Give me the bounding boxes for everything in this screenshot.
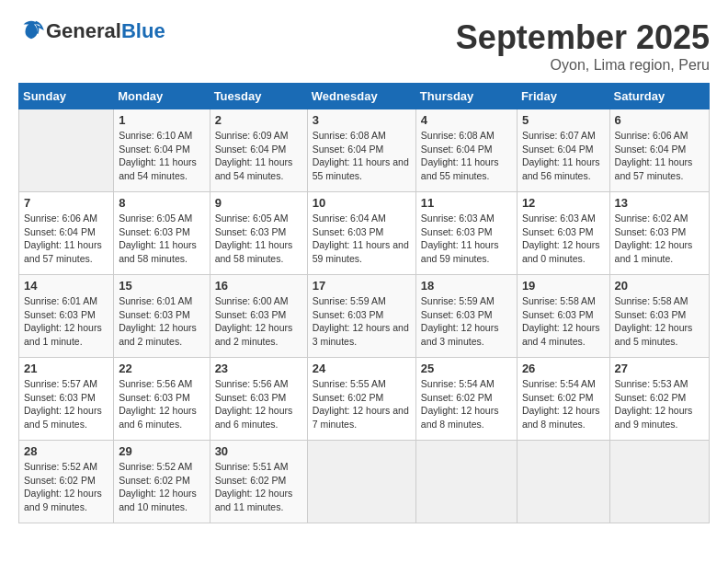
weekday-header-thursday: Thursday: [415, 84, 517, 109]
calendar-cell: 15Sunrise: 6:01 AMSunset: 6:03 PMDayligh…: [114, 275, 210, 358]
day-info: Sunrise: 6:08 AMSunset: 6:04 PMDaylight:…: [313, 129, 411, 183]
day-number: 27: [615, 362, 704, 375]
logo-icon: [18, 17, 44, 42]
calendar-cell: 24Sunrise: 5:55 AMSunset: 6:02 PMDayligh…: [307, 358, 415, 441]
calendar-cell: 16Sunrise: 6:00 AMSunset: 6:03 PMDayligh…: [210, 275, 307, 358]
day-info: Sunrise: 5:58 AMSunset: 6:03 PMDaylight:…: [615, 294, 704, 349]
calendar-cell: [307, 441, 415, 523]
calendar-cell: [19, 109, 114, 192]
day-info: Sunrise: 5:56 AMSunset: 6:03 PMDaylight:…: [119, 377, 204, 431]
calendar-cell: 3Sunrise: 6:08 AMSunset: 6:04 PMDaylight…: [307, 109, 415, 192]
day-number: 22: [119, 362, 204, 375]
calendar-table: SundayMondayTuesdayWednesdayThursdayFrid…: [18, 83, 710, 523]
day-info: Sunrise: 5:55 AMSunset: 6:02 PMDaylight:…: [313, 377, 411, 431]
day-number: 1: [119, 113, 204, 127]
day-number: 19: [522, 279, 605, 293]
day-number: 20: [615, 279, 704, 293]
weekday-header-sunday: Sunday: [19, 84, 114, 109]
calendar-week-1: 1Sunrise: 6:10 AMSunset: 6:04 PMDaylight…: [19, 109, 710, 192]
day-info: Sunrise: 5:58 AMSunset: 6:03 PMDaylight:…: [522, 294, 605, 349]
day-number: 9: [215, 196, 302, 210]
calendar-cell: 7Sunrise: 6:06 AMSunset: 6:04 PMDaylight…: [19, 192, 114, 275]
calendar-week-2: 7Sunrise: 6:06 AMSunset: 6:04 PMDaylight…: [19, 192, 710, 275]
day-number: 28: [24, 444, 108, 458]
day-info: Sunrise: 6:04 AMSunset: 6:03 PMDaylight:…: [313, 212, 411, 266]
page-header: GeneralBlue September 2025 Oyon, Lima re…: [18, 18, 710, 74]
day-info: Sunrise: 6:07 AMSunset: 6:04 PMDaylight:…: [522, 129, 605, 183]
day-info: Sunrise: 6:09 AMSunset: 6:04 PMDaylight:…: [215, 129, 302, 183]
calendar-cell: 20Sunrise: 5:58 AMSunset: 6:03 PMDayligh…: [609, 275, 709, 358]
logo: GeneralBlue: [18, 18, 165, 44]
day-info: Sunrise: 6:01 AMSunset: 6:03 PMDaylight:…: [119, 294, 204, 349]
day-number: 26: [522, 362, 605, 375]
calendar-cell: 12Sunrise: 6:03 AMSunset: 6:03 PMDayligh…: [517, 192, 609, 275]
day-info: Sunrise: 5:57 AMSunset: 6:03 PMDaylight:…: [24, 377, 108, 431]
calendar-cell: [415, 441, 517, 523]
day-number: 23: [215, 362, 302, 375]
calendar-week-4: 21Sunrise: 5:57 AMSunset: 6:03 PMDayligh…: [19, 358, 710, 441]
day-number: 29: [119, 444, 204, 458]
weekday-header-monday: Monday: [114, 84, 210, 109]
day-number: 18: [421, 279, 512, 293]
weekday-header-tuesday: Tuesday: [210, 84, 307, 109]
calendar-cell: 6Sunrise: 6:06 AMSunset: 6:04 PMDaylight…: [609, 109, 709, 192]
day-info: Sunrise: 5:54 AMSunset: 6:02 PMDaylight:…: [522, 377, 605, 431]
day-number: 8: [119, 196, 204, 210]
calendar-cell: 10Sunrise: 6:04 AMSunset: 6:03 PMDayligh…: [307, 192, 415, 275]
day-number: 21: [24, 362, 108, 375]
day-info: Sunrise: 6:01 AMSunset: 6:03 PMDaylight:…: [24, 294, 108, 349]
day-info: Sunrise: 6:05 AMSunset: 6:03 PMDaylight:…: [119, 212, 204, 266]
calendar-week-3: 14Sunrise: 6:01 AMSunset: 6:03 PMDayligh…: [19, 275, 710, 358]
calendar-cell: 1Sunrise: 6:10 AMSunset: 6:04 PMDaylight…: [114, 109, 210, 192]
day-number: 11: [421, 196, 512, 210]
month-title: September 2025: [456, 18, 710, 57]
calendar-cell: 19Sunrise: 5:58 AMSunset: 6:03 PMDayligh…: [517, 275, 609, 358]
calendar-cell: 17Sunrise: 5:59 AMSunset: 6:03 PMDayligh…: [307, 275, 415, 358]
day-number: 24: [313, 362, 411, 375]
day-info: Sunrise: 6:10 AMSunset: 6:04 PMDaylight:…: [119, 129, 204, 183]
day-info: Sunrise: 5:56 AMSunset: 6:03 PMDaylight:…: [215, 377, 302, 431]
day-number: 4: [421, 113, 512, 127]
calendar-cell: 14Sunrise: 6:01 AMSunset: 6:03 PMDayligh…: [19, 275, 114, 358]
day-number: 14: [24, 279, 108, 293]
day-number: 12: [522, 196, 605, 210]
day-number: 25: [421, 362, 512, 375]
day-number: 15: [119, 279, 204, 293]
weekday-header-wednesday: Wednesday: [307, 84, 415, 109]
day-info: Sunrise: 6:06 AMSunset: 6:04 PMDaylight:…: [615, 129, 704, 183]
calendar-cell: 18Sunrise: 5:59 AMSunset: 6:03 PMDayligh…: [415, 275, 517, 358]
day-number: 16: [215, 279, 302, 293]
day-number: 6: [615, 113, 704, 127]
day-info: Sunrise: 5:59 AMSunset: 6:03 PMDaylight:…: [313, 294, 411, 349]
day-number: 3: [313, 113, 411, 127]
calendar-cell: 4Sunrise: 6:08 AMSunset: 6:04 PMDaylight…: [415, 109, 517, 192]
day-info: Sunrise: 5:59 AMSunset: 6:03 PMDaylight:…: [421, 294, 512, 349]
calendar-cell: 21Sunrise: 5:57 AMSunset: 6:03 PMDayligh…: [19, 358, 114, 441]
day-info: Sunrise: 5:54 AMSunset: 6:02 PMDaylight:…: [421, 377, 512, 431]
day-info: Sunrise: 6:06 AMSunset: 6:04 PMDaylight:…: [24, 212, 108, 266]
calendar-cell: 22Sunrise: 5:56 AMSunset: 6:03 PMDayligh…: [114, 358, 210, 441]
calendar-cell: 11Sunrise: 6:03 AMSunset: 6:03 PMDayligh…: [415, 192, 517, 275]
logo-text: GeneralBlue: [46, 20, 165, 42]
calendar-week-5: 28Sunrise: 5:52 AMSunset: 6:02 PMDayligh…: [19, 441, 710, 523]
calendar-cell: 13Sunrise: 6:02 AMSunset: 6:03 PMDayligh…: [609, 192, 709, 275]
calendar-cell: 27Sunrise: 5:53 AMSunset: 6:02 PMDayligh…: [609, 358, 709, 441]
calendar-cell: 5Sunrise: 6:07 AMSunset: 6:04 PMDaylight…: [517, 109, 609, 192]
weekday-header-saturday: Saturday: [609, 84, 709, 109]
calendar-cell: 30Sunrise: 5:51 AMSunset: 6:02 PMDayligh…: [210, 441, 307, 523]
day-info: Sunrise: 6:05 AMSunset: 6:03 PMDaylight:…: [215, 212, 302, 266]
day-number: 13: [615, 196, 704, 210]
day-info: Sunrise: 5:52 AMSunset: 6:02 PMDaylight:…: [119, 460, 204, 514]
calendar-cell: 25Sunrise: 5:54 AMSunset: 6:02 PMDayligh…: [415, 358, 517, 441]
title-block: September 2025 Oyon, Lima region, Peru: [456, 18, 710, 74]
calendar-cell: 9Sunrise: 6:05 AMSunset: 6:03 PMDaylight…: [210, 192, 307, 275]
calendar-cell: 29Sunrise: 5:52 AMSunset: 6:02 PMDayligh…: [114, 441, 210, 523]
day-info: Sunrise: 6:08 AMSunset: 6:04 PMDaylight:…: [421, 129, 512, 183]
location-title: Oyon, Lima region, Peru: [456, 57, 710, 74]
day-info: Sunrise: 6:00 AMSunset: 6:03 PMDaylight:…: [215, 294, 302, 349]
day-number: 7: [24, 196, 108, 210]
day-info: Sunrise: 6:03 AMSunset: 6:03 PMDaylight:…: [421, 212, 512, 266]
calendar-cell: 23Sunrise: 5:56 AMSunset: 6:03 PMDayligh…: [210, 358, 307, 441]
weekday-header-row: SundayMondayTuesdayWednesdayThursdayFrid…: [19, 84, 710, 109]
day-number: 17: [313, 279, 411, 293]
